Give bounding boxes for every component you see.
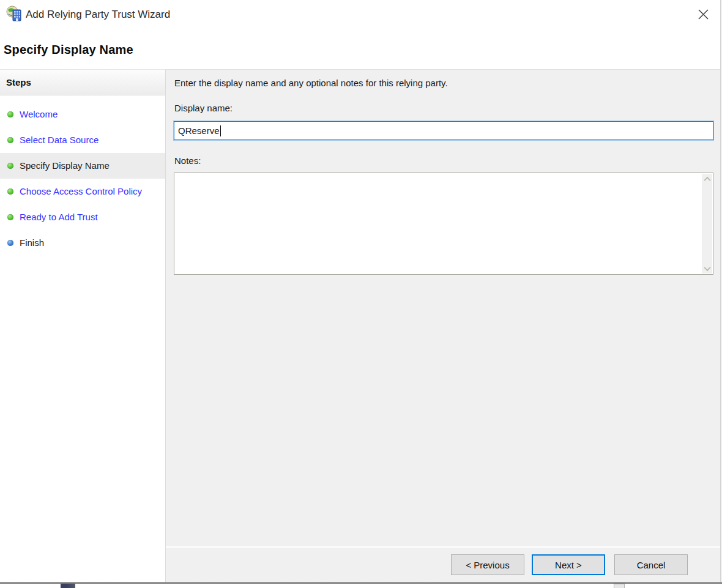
step-label: Choose Access Control Policy xyxy=(20,186,142,196)
background-window-fragment xyxy=(614,584,625,588)
adfs-wizard-icon xyxy=(6,6,23,22)
notes-textarea[interactable] xyxy=(174,173,713,275)
wizard-window: Add Relying Party Trust Wizard Specify D… xyxy=(0,0,722,588)
notes-scrollbar[interactable] xyxy=(702,174,712,274)
sidebar-item-finish[interactable]: Finish xyxy=(0,230,165,256)
intro-text: Enter the display name and any optional … xyxy=(174,78,448,88)
scroll-up-icon[interactable] xyxy=(702,174,712,184)
window-right-border xyxy=(720,0,721,582)
previous-button[interactable]: < Previous xyxy=(451,554,524,575)
page-title: Specify Display Name xyxy=(4,43,133,57)
steps-list: Welcome Select Data Source Specify Displ… xyxy=(0,95,165,256)
window-title: Add Relying Party Trust Wizard xyxy=(26,9,170,21)
text-caret xyxy=(220,125,221,136)
sidebar-item-ready-to-add-trust[interactable]: Ready to Add Trust xyxy=(0,204,165,230)
display-name-input[interactable]: QReserve xyxy=(174,121,713,140)
background-window-fragment xyxy=(61,584,75,588)
step-pending-icon xyxy=(7,240,13,246)
next-button[interactable]: Next > xyxy=(532,554,605,575)
step-completed-icon xyxy=(7,214,13,220)
steps-header: Steps xyxy=(0,70,165,95)
scroll-down-icon[interactable] xyxy=(702,263,712,274)
sidebar-item-specify-display-name[interactable]: Specify Display Name xyxy=(0,153,165,179)
button-bar: < Previous Next > Cancel xyxy=(166,548,720,582)
display-name-value: QReserve xyxy=(178,125,220,136)
close-icon xyxy=(698,9,709,20)
titlebar: Add Relying Party Trust Wizard xyxy=(0,0,722,29)
sidebar-item-welcome[interactable]: Welcome xyxy=(0,102,165,127)
display-name-label: Display name: xyxy=(174,103,233,113)
step-label: Select Data Source xyxy=(20,135,99,145)
step-label: Welcome xyxy=(20,109,58,119)
cancel-button[interactable]: Cancel xyxy=(614,554,688,575)
main-panel: Enter the display name and any optional … xyxy=(166,69,720,582)
step-label: Finish xyxy=(20,237,44,248)
step-label: Specify Display Name xyxy=(20,160,110,171)
step-completed-icon xyxy=(7,137,13,143)
step-label: Ready to Add Trust xyxy=(20,212,98,222)
notes-label: Notes: xyxy=(174,155,201,166)
close-button[interactable] xyxy=(693,4,713,24)
sidebar-item-select-data-source[interactable]: Select Data Source xyxy=(0,127,165,153)
wizard-body: Steps Welcome Select Data Source Specify… xyxy=(0,69,720,582)
steps-sidebar: Steps Welcome Select Data Source Specify… xyxy=(0,69,166,582)
step-completed-icon xyxy=(7,163,13,169)
step-completed-icon xyxy=(7,111,13,117)
step-completed-icon xyxy=(7,188,13,195)
sidebar-item-choose-access-control-policy[interactable]: Choose Access Control Policy xyxy=(0,179,165,204)
